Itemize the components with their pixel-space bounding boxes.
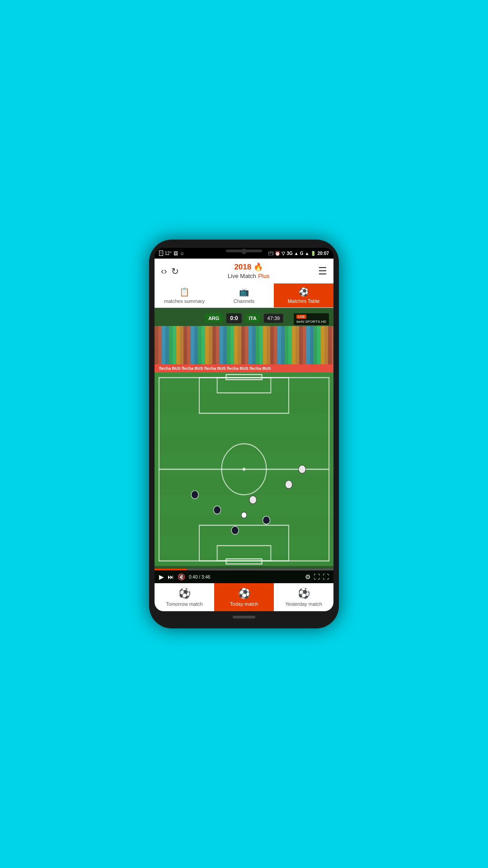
away-team-badge: ITA bbox=[245, 314, 260, 323]
field-lines-svg bbox=[155, 373, 333, 566]
match-score-overlay: ARG 0:0 ITA 47:39 bbox=[205, 313, 283, 323]
network-3g: 3G bbox=[286, 251, 292, 256]
video-player[interactable]: flecha BUS flecha BUS flecha BUS flecha … bbox=[155, 308, 333, 583]
app-title-subtitle: Live Match Plus bbox=[179, 272, 318, 280]
progress-bar-container bbox=[155, 569, 333, 570]
refresh-button[interactable]: ↻ bbox=[171, 266, 179, 277]
tab-matches-summary-label: matches summary bbox=[164, 298, 205, 304]
notification-icon: ! bbox=[159, 250, 163, 256]
tab-channels[interactable]: 📺 Channels bbox=[214, 283, 274, 307]
signal-g-icon: ▲ bbox=[305, 251, 310, 256]
video-controls-bar: ▶ ⏭ 🔇 0:40 / 3:46 ⚙ ⛶ ⛶ bbox=[155, 571, 333, 583]
channel-name: beIN SPORTS HD bbox=[296, 320, 326, 324]
status-right: 📳 ⏰ ▽ 3G ▲ G ▲ 🔋 20:07 bbox=[268, 251, 329, 256]
svg-point-23 bbox=[241, 512, 247, 519]
ball-icon: ⚽ bbox=[299, 287, 309, 297]
tab-yesterday-match[interactable]: ⚽ Yesterday match bbox=[274, 583, 333, 611]
match-time-display: 47:39 bbox=[264, 314, 284, 323]
bottom-tab-bar: ⚽ Tomorrow match ⚽ Today match ⚽ Yesterd… bbox=[155, 583, 333, 611]
progress-bar-fill bbox=[155, 569, 187, 570]
app-title-year: 2018 🔥 bbox=[179, 262, 318, 272]
alarm-icon: ⏰ bbox=[275, 251, 280, 256]
ad-text: flecha BUS flecha BUS flecha BUS flecha … bbox=[159, 366, 271, 371]
home-button[interactable] bbox=[233, 616, 255, 618]
tomorrow-match-label: Tomorrow match bbox=[166, 601, 202, 607]
tv-icon: 📺 bbox=[239, 287, 249, 297]
svg-rect-1 bbox=[155, 373, 333, 393]
phone-screen: ! 12° 🖼 ☺ 📳 ⏰ ▽ 3G ▲ G ▲ 🔋 20:07 ‹› ↻ bbox=[155, 248, 333, 611]
image-status-icon: 🖼 bbox=[174, 251, 178, 256]
temperature: 12° bbox=[165, 251, 172, 256]
network-g: G bbox=[300, 251, 304, 256]
mute-button[interactable]: 🔇 bbox=[178, 573, 185, 580]
tab-matches-table-label: Matches Table bbox=[288, 298, 320, 304]
header-actions-left: ‹› ↻ bbox=[161, 266, 179, 277]
football-field bbox=[155, 373, 333, 566]
channel-badge: LIVE beIN SPORTS HD bbox=[294, 313, 329, 325]
battery-icon: 🔋 bbox=[310, 251, 316, 256]
svg-point-22 bbox=[299, 465, 306, 473]
yesterday-ball-icon: ⚽ bbox=[298, 588, 310, 599]
next-button[interactable]: ⏭ bbox=[168, 573, 174, 580]
home-team-badge: ARG bbox=[205, 314, 223, 323]
signal-icon: ▲ bbox=[294, 251, 299, 256]
status-left: ! 12° 🖼 ☺ bbox=[159, 250, 184, 256]
phone-bottom-bar bbox=[155, 611, 333, 620]
play-button[interactable]: ▶ bbox=[159, 573, 164, 580]
app-title-area: 2018 🔥 Live Match Plus bbox=[179, 262, 318, 280]
menu-button[interactable]: ☰ bbox=[318, 265, 327, 277]
clock-time: 20:07 bbox=[317, 251, 329, 256]
wifi-icon: ▽ bbox=[282, 251, 285, 256]
settings-button[interactable]: ⚙ bbox=[305, 573, 311, 580]
yesterday-match-label: Yesterday match bbox=[285, 601, 322, 607]
svg-point-17 bbox=[263, 516, 270, 524]
resize-button[interactable]: ⛶ bbox=[314, 573, 320, 580]
phone-device: ! 12° 🖼 ☺ 📳 ⏰ ▽ 3G ▲ G ▲ 🔋 20:07 ‹› ↻ bbox=[149, 240, 339, 628]
tab-tomorrow-match[interactable]: ⚽ Tomorrow match bbox=[155, 583, 214, 611]
fullscreen-button[interactable]: ⛶ bbox=[323, 573, 329, 580]
svg-rect-2 bbox=[155, 413, 333, 434]
time-display: 0:40 / 3:46 bbox=[189, 575, 301, 580]
tab-bar: 📋 matches summary 📺 Channels ⚽ Matches T… bbox=[155, 283, 333, 308]
score-display: 0:0 bbox=[226, 313, 241, 323]
live-label: LIVE bbox=[296, 315, 306, 319]
svg-point-9 bbox=[243, 468, 245, 471]
svg-point-18 bbox=[214, 506, 221, 514]
svg-rect-3 bbox=[155, 454, 333, 474]
svg-point-16 bbox=[231, 526, 239, 534]
tomorrow-ball-icon: ⚽ bbox=[178, 588, 191, 599]
emoji-status-icon: ☺ bbox=[180, 251, 184, 256]
tab-today-match[interactable]: ⚽ Today match bbox=[214, 583, 274, 611]
calendar-icon: 📋 bbox=[179, 287, 189, 297]
app-header: ‹› ↻ 2018 🔥 Live Match Plus ☰ bbox=[155, 259, 333, 283]
share-button[interactable]: ‹› bbox=[161, 266, 167, 276]
svg-point-21 bbox=[285, 481, 292, 489]
ad-board: flecha BUS flecha BUS flecha BUS flecha … bbox=[155, 364, 333, 373]
tab-matches-table[interactable]: ⚽ Matches Table bbox=[274, 283, 333, 307]
svg-point-20 bbox=[249, 496, 257, 504]
phone-speaker bbox=[226, 250, 262, 252]
today-match-label: Today match bbox=[230, 601, 258, 607]
tab-channels-label: Channels bbox=[234, 298, 254, 304]
today-ball-icon: ⚽ bbox=[238, 588, 250, 599]
vibrate-icon: 📳 bbox=[268, 251, 273, 256]
controls-right: ⚙ ⛶ ⛶ bbox=[305, 573, 329, 580]
tab-matches-summary[interactable]: 📋 matches summary bbox=[155, 283, 214, 307]
svg-point-19 bbox=[191, 491, 198, 499]
